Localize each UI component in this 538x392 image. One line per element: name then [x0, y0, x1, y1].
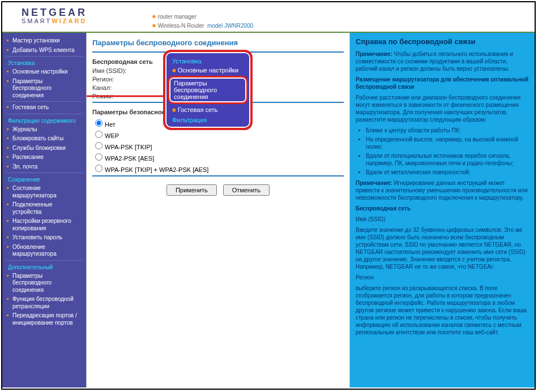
router-manager-label: router manager: [158, 14, 197, 20]
help-note-2: Примечание: Игнорирование данных инструк…: [356, 179, 529, 201]
wizard-text: WIZARD: [52, 18, 87, 24]
content-row: Мастер установки Добавить WPS клиента Ус…: [2, 33, 535, 387]
model-label: model JWNR2000: [207, 23, 253, 29]
sidebar-section-filtering[interactable]: Фильтрация содержимого: [2, 115, 86, 125]
help-ssid-text: Введите значение до 32 буквенно-цифровых…: [356, 226, 529, 270]
sidebar-item-schedule[interactable]: Расписание: [2, 153, 86, 162]
sidebar-item-basic-settings[interactable]: Основные настройки: [2, 67, 86, 77]
radio-none[interactable]: [95, 119, 103, 127]
sidebar-item-logs[interactable]: Журналы: [2, 125, 86, 135]
ssid-label: Имя (SSID):: [92, 67, 166, 74]
sidebar-item-set-password[interactable]: Установить пароль: [2, 233, 86, 243]
bullet-icon: ●: [152, 12, 156, 20]
router-line-label: Wireless-N Router: [158, 23, 204, 29]
mode-label: Режим:: [92, 93, 166, 100]
main-panel: Параметры беспроводного соединения Беспр…: [86, 33, 350, 387]
cancel-button[interactable]: Отменить: [223, 184, 270, 196]
sidebar-item-guest-network[interactable]: Гостевая сеть: [2, 103, 86, 113]
help-region-text: выберите регион из раскрывающегося списк…: [356, 285, 529, 336]
popup-section-setup: Установка: [165, 55, 250, 66]
sidebar-section-maintenance[interactable]: Сохранение: [2, 174, 86, 184]
security-option-wpa-mixed[interactable]: WPA-PSK [TKIP] + WPA2-PSK [AES]: [92, 163, 344, 173]
sidebar-item-setup-wizard[interactable]: Мастер установки: [2, 36, 86, 46]
help-bullet: Вдали от металлических поверхностей;: [366, 169, 529, 176]
header: NETGEAR SMARTWIZARD ● router manager ● W…: [2, 2, 535, 33]
help-bullet: Ближе к центру области работы ПК;: [366, 127, 529, 134]
help-bullet: Вдали от потенциальных источников перебо…: [366, 152, 529, 167]
sidebar-item-router-upgrade[interactable]: Обновление маршрутизатора: [2, 243, 86, 259]
help-ssid-head: Имя (SSID): [356, 216, 529, 223]
region-label: Регион:: [92, 76, 166, 83]
help-bullet-list: Ближе к центру области работы ПК; На опр…: [366, 127, 529, 176]
button-row: Применить Отменить: [92, 184, 344, 196]
sidebar-item-wireless-settings[interactable]: Параметры беспроводного соединения: [2, 77, 86, 101]
sidebar-item-router-status[interactable]: Состояние маршрутизатора: [2, 184, 86, 200]
bullet-icon: ●: [152, 21, 156, 29]
radio-wpa[interactable]: [95, 142, 103, 149]
help-region-head: Регион: [356, 274, 529, 281]
sidebar-item-wireless-repeating[interactable]: Функция беспроводной ретрансляции: [2, 295, 86, 311]
sidebar-item-email[interactable]: Эл. почта: [2, 162, 86, 172]
callout-popup: Установка ■ Основные настройки Параметры…: [163, 50, 253, 130]
sidebar-item-port-forwarding[interactable]: Переадресация портов / инициирование пор…: [2, 311, 86, 328]
radio-wpa2[interactable]: [95, 153, 103, 161]
sidebar-section-setup[interactable]: Установка: [2, 58, 86, 67]
popup-section-filtering: Фильтрация: [165, 114, 250, 124]
security-option-wpa[interactable]: WPA-PSK [TKIP]: [92, 140, 344, 150]
help-bullet: На определенной высоте, например, на выс…: [366, 136, 529, 150]
sidebar: Мастер установки Добавить WPS клиента Ус…: [2, 33, 86, 387]
sidebar-item-block-services[interactable]: Службы блокировки: [2, 144, 86, 153]
app-window: NETGEAR SMARTWIZARD ● router manager ● W…: [1, 1, 536, 390]
help-title: Справка по беспроводной связи: [356, 37, 529, 46]
sidebar-item-block-sites[interactable]: Блокировать сайты: [2, 134, 86, 144]
smart-text: SMART: [22, 18, 52, 24]
sidebar-item-backup-settings[interactable]: Настройки резервного копирования: [2, 217, 86, 233]
popup-item-guest: ■ Гостевая сеть: [165, 105, 250, 114]
help-placement-head: Размещение маршрутизатора для обеспечени…: [356, 76, 529, 91]
sidebar-item-attached-devices[interactable]: Подключенные устройства: [2, 200, 86, 217]
security-option-wpa2[interactable]: WPA2-PSK [AES]: [92, 152, 344, 162]
apply-button[interactable]: Применить: [166, 184, 217, 196]
subheader: ● router manager ● Wireless-N Router mod…: [152, 12, 535, 29]
help-wireless-head: Беспроводная сеть: [356, 205, 529, 212]
channel-label: Канал:: [92, 84, 166, 91]
page-title: Параметры беспроводного соединения: [92, 38, 344, 47]
help-panel: Справка по беспроводной связи Примечание…: [350, 33, 535, 387]
popup-item-wireless-highlight: Параметры беспроводного соединения: [168, 76, 248, 104]
help-placement-intro: Рабочее расстояние или диапазон беспрово…: [356, 94, 529, 123]
security-option-wep[interactable]: WEP: [92, 129, 344, 139]
popup-item-basic: ■ Основные настройки: [165, 66, 250, 75]
radio-wep[interactable]: [95, 131, 103, 138]
sidebar-item-add-wps[interactable]: Добавить WPS клиента: [2, 46, 86, 55]
radio-wpa-mixed[interactable]: [95, 165, 103, 172]
sidebar-section-advanced[interactable]: Дополнительный: [2, 262, 86, 272]
help-note-1: Примечание: Чтобы добиться легального ис…: [356, 50, 529, 72]
sidebar-item-adv-wireless[interactable]: Параметры беспроводного соединения: [2, 272, 86, 295]
